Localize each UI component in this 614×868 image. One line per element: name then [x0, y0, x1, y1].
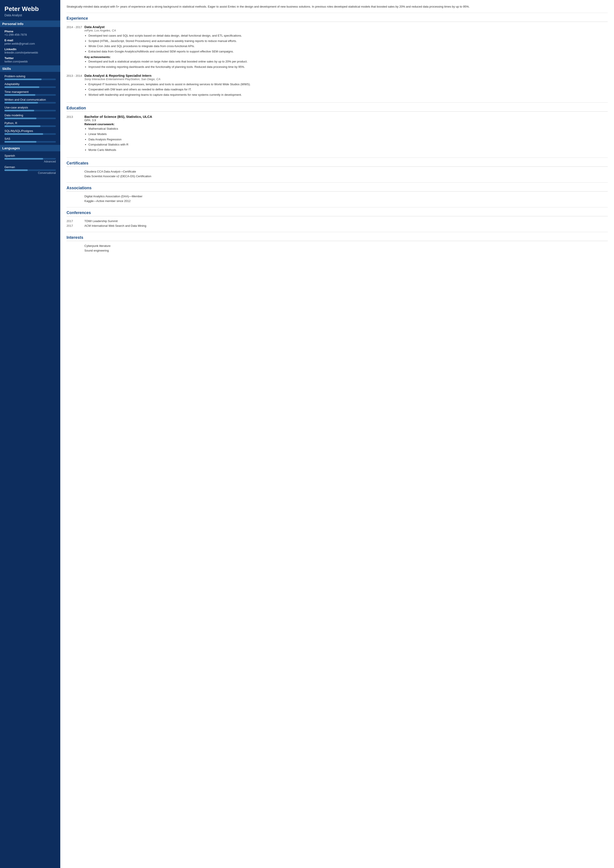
skill-item: Written and Oral communication — [5, 98, 56, 104]
conferences-header: Conferences — [67, 211, 608, 216]
education-header: Education — [67, 106, 608, 112]
association-text: Digital Analytics Association (DAA)—Memb… — [84, 195, 608, 198]
conference-name: TDWI Leadership Summit — [84, 219, 608, 223]
education-section: Education 2013Bachelor of Science (BS), … — [67, 106, 608, 153]
skill-item: Adaptability — [5, 82, 56, 88]
associations-container: Digital Analytics Association (DAA)—Memb… — [67, 195, 608, 203]
skills-section: Problem-solvingAdaptabilityTime manageme… — [5, 74, 56, 143]
languages-header: Languages — [0, 145, 60, 151]
candidate-name: Peter Webb — [5, 5, 56, 12]
associations-header: Associations — [67, 186, 608, 192]
interest-item: Cyberpunk literature — [67, 244, 608, 248]
education-item: 2013Bachelor of Science (BS), Statistics… — [67, 115, 608, 153]
association-item: Digital Analytics Association (DAA)—Memb… — [67, 195, 608, 198]
conference-name: ACM International Web Search and Data Mi… — [84, 224, 608, 228]
experience-date: 2013 - 2014 — [67, 74, 84, 98]
skill-item: Use-case analysis — [5, 106, 56, 112]
achievements-bullets: Developed and built a statistical analys… — [84, 59, 608, 70]
certificate-text: Cloudera CCA Data Analyst—Certificate — [84, 170, 608, 173]
candidate-title: Data Analyst — [5, 13, 56, 17]
experience-bullet: Extracted data from Google Analytics/AdW… — [88, 49, 608, 54]
skills-header: Skills — [0, 65, 60, 72]
experience-bullet: Worked with leadership and engineering t… — [88, 93, 608, 97]
experience-bullet: Cooperated with DW team and others as ne… — [88, 87, 608, 92]
language-bar-bg — [5, 158, 56, 160]
education-gpa: GPA: 3.9 — [84, 118, 608, 122]
skill-name: SAS — [5, 137, 56, 140]
education-container: 2013Bachelor of Science (BS), Statistics… — [67, 115, 608, 153]
conference-year: 2017 — [67, 224, 84, 228]
coursework-label: Relevant coursework: — [84, 122, 608, 126]
skill-item: SQL/MySQL/Postgres — [5, 129, 56, 135]
experience-header: Experience — [67, 16, 608, 22]
twitter-block: Twitter twitter.com/pwebb — [5, 56, 56, 63]
language-item: SpanishAdvanced — [5, 154, 56, 163]
education-degree: Bachelor of Science (BS), Statistics, UL… — [84, 115, 608, 118]
email-value: peter.webb@gmail.com — [5, 42, 56, 45]
skill-bar-bg — [5, 126, 56, 127]
experience-bullets: Employed IT business functions, processe… — [84, 82, 608, 97]
skill-bar-bg — [5, 86, 56, 88]
skill-item: SAS — [5, 137, 56, 143]
skill-bar-bg — [5, 79, 56, 80]
experience-bullet: Wrote Cron Jobs and SQL procedures to in… — [88, 44, 608, 49]
skill-name: Data modeling — [5, 114, 56, 117]
conference-item: 2017TDWI Leadership Summit — [67, 219, 608, 223]
achievement-bullet: Developed and built a statistical analys… — [88, 59, 608, 64]
skill-name: Written and Oral communication — [5, 98, 56, 101]
skill-bar-fill — [5, 94, 35, 96]
skill-bar-fill — [5, 141, 36, 143]
skill-bar-fill — [5, 102, 38, 104]
experience-title: Data Analyst — [84, 25, 608, 29]
language-name: German — [5, 165, 56, 169]
coursework-list: Mathematical StatisticsLinear ModelsData… — [84, 127, 608, 152]
experience-bullet: Scripted (HTML, JavaScript, Stored Proce… — [88, 39, 608, 43]
certificates-container: Cloudera CCA Data Analyst—CertificateDat… — [67, 170, 608, 178]
skill-item: Data modeling — [5, 114, 56, 119]
linkedin-block: LinkedIn linkedin.com/in/peterwebb — [5, 48, 56, 54]
personal-info-header: Personal Info — [0, 20, 60, 27]
skill-bar-fill — [5, 133, 43, 135]
linkedin-label: LinkedIn — [5, 48, 56, 51]
experience-section: Experience 2014 - 2017Data AnalystmPyre,… — [67, 16, 608, 98]
language-name: Spanish — [5, 154, 56, 157]
interests-container: Cyberpunk literatureSound engineering — [67, 244, 608, 252]
experience-container: 2014 - 2017Data AnalystmPyre, Los Angele… — [67, 25, 608, 98]
skill-bar-fill — [5, 110, 34, 112]
skill-bar-bg — [5, 102, 56, 104]
skill-name: Python, R — [5, 121, 56, 125]
education-date: 2013 — [67, 115, 84, 153]
languages-section: SpanishAdvancedGermanConversational — [5, 154, 56, 175]
conference-year: 2017 — [67, 219, 84, 223]
coursework-item: Mathematical Statistics — [88, 127, 608, 131]
achievement-bullet: Improved the existing reporting dashboar… — [88, 65, 608, 70]
conferences-section: Conferences 2017TDWI Leadership Summit20… — [67, 211, 608, 228]
certificates-header: Certificates — [67, 161, 608, 167]
skill-item: Time management — [5, 90, 56, 96]
experience-item: 2014 - 2017Data AnalystmPyre, Los Angele… — [67, 25, 608, 70]
skill-bar-bg — [5, 110, 56, 112]
email-block: E-mail peter.webb@gmail.com — [5, 39, 56, 45]
certificate-text: Data Scientist Associate v2 (DECA-DS) Ce… — [84, 175, 608, 178]
sidebar: Peter Webb Data Analyst Personal Info Ph… — [0, 0, 60, 868]
language-bar-fill — [5, 169, 28, 171]
coursework-item: Computational Statistics with R — [88, 143, 608, 147]
conferences-container: 2017TDWI Leadership Summit2017ACM Intern… — [67, 219, 608, 228]
skill-bar-bg — [5, 141, 56, 143]
phone-label: Phone — [5, 30, 56, 33]
certificate-item: Data Scientist Associate v2 (DECA-DS) Ce… — [67, 175, 608, 178]
language-level: Conversational — [5, 171, 56, 175]
coursework-item: Data Analysis Regression — [88, 137, 608, 142]
coursework-item: Monte Carlo Methods — [88, 148, 608, 152]
interests-header: Interests — [67, 235, 608, 241]
skill-bar-bg — [5, 118, 56, 119]
skill-name: Adaptability — [5, 82, 56, 86]
phone-block: Phone +1-299-456-7878 — [5, 30, 56, 36]
language-item: GermanConversational — [5, 165, 56, 175]
interest-text: Sound engineering — [84, 249, 608, 252]
skill-name: SQL/MySQL/Postgres — [5, 129, 56, 133]
language-bar-bg — [5, 169, 56, 171]
experience-date: 2014 - 2017 — [67, 25, 84, 70]
summary-text: Strategically-minded data analyst with 5… — [67, 5, 608, 9]
skill-bar-fill — [5, 79, 42, 80]
